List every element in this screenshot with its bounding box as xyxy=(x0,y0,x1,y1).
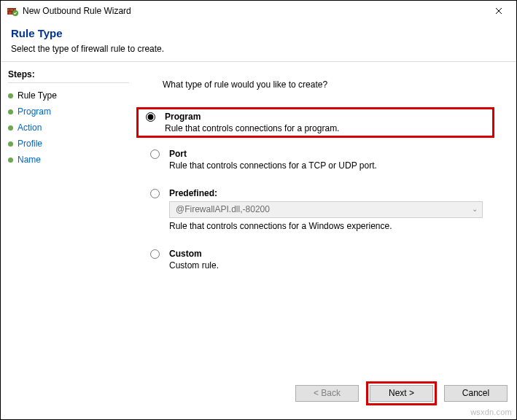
cancel-button[interactable]: Cancel xyxy=(444,385,508,402)
step-label: Name xyxy=(18,155,41,165)
option-desc: Rule that controls connections for a pro… xyxy=(165,123,489,133)
option-label: Port xyxy=(169,149,489,159)
back-button-wrap: < Back xyxy=(295,385,359,402)
step-action[interactable]: Action xyxy=(8,120,129,136)
next-button[interactable]: Next > xyxy=(370,385,433,402)
steps-panel: Steps: Rule Type Program Action Profile … xyxy=(1,62,133,383)
close-icon xyxy=(495,5,502,17)
step-rule-type[interactable]: Rule Type xyxy=(8,88,129,104)
page-title: Rule Type xyxy=(11,27,506,39)
svg-rect-4 xyxy=(13,8,14,11)
chevron-down-icon: ⌄ xyxy=(472,205,478,213)
footer: < Back Next > Cancel xyxy=(1,377,516,419)
svg-rect-6 xyxy=(12,11,12,15)
bullet-icon xyxy=(8,93,13,98)
main-panel: What type of rule would you like to crea… xyxy=(133,62,516,383)
option-program[interactable]: Program Rule that controls connections f… xyxy=(136,107,494,138)
option-desc: Custom rule. xyxy=(169,260,489,271)
option-label: Program xyxy=(165,112,489,122)
next-button-wrap: Next > xyxy=(366,381,437,405)
bullet-icon xyxy=(8,141,13,147)
option-predefined[interactable]: Predefined: @FirewallAPI.dll,-80200 ⌄ Ru… xyxy=(141,184,494,236)
option-custom[interactable]: Custom Custom rule. xyxy=(141,244,494,275)
option-label: Predefined: xyxy=(169,188,489,198)
radio-program[interactable] xyxy=(146,112,155,122)
bullet-icon xyxy=(8,125,13,131)
bullet-icon xyxy=(8,158,13,163)
step-label: Action xyxy=(18,122,42,133)
close-button[interactable] xyxy=(483,1,515,21)
step-profile[interactable]: Profile xyxy=(8,136,129,152)
radio-predefined[interactable] xyxy=(150,189,160,198)
back-button: < Back xyxy=(295,385,359,402)
cancel-button-wrap: Cancel xyxy=(444,385,508,402)
option-label: Custom xyxy=(169,249,489,259)
step-name[interactable]: Name xyxy=(8,152,129,168)
step-program[interactable]: Program xyxy=(8,104,129,120)
steps-divider xyxy=(8,82,129,83)
firewall-icon xyxy=(7,5,18,17)
steps-heading: Steps: xyxy=(8,69,129,79)
step-label: Program xyxy=(18,106,51,117)
predefined-combo-value: @FirewallAPI.dll,-80200 xyxy=(176,204,270,214)
radio-port[interactable] xyxy=(150,149,160,159)
window-title: New Outbound Rule Wizard xyxy=(23,6,131,16)
predefined-combo: @FirewallAPI.dll,-80200 ⌄ xyxy=(169,201,483,218)
option-desc: Rule that controls connections for a Win… xyxy=(169,221,489,231)
prompt-text: What type of rule would you like to crea… xyxy=(141,77,494,107)
radio-custom[interactable] xyxy=(150,249,160,259)
bullet-icon xyxy=(8,109,13,114)
wizard-header: Rule Type Select the type of firewall ru… xyxy=(1,21,516,61)
option-desc: Rule that controls connections for a TCP… xyxy=(169,160,489,171)
option-port[interactable]: Port Rule that controls connections for … xyxy=(141,144,494,175)
content: Steps: Rule Type Program Action Profile … xyxy=(1,62,516,383)
step-label: Profile xyxy=(18,139,42,149)
svg-rect-5 xyxy=(8,11,9,15)
step-label: Rule Type xyxy=(18,90,57,101)
titlebar: New Outbound Rule Wizard xyxy=(1,1,516,21)
svg-rect-3 xyxy=(9,8,10,11)
page-subtitle: Select the type of firewall rule to crea… xyxy=(11,44,506,54)
svg-rect-1 xyxy=(7,8,16,9)
